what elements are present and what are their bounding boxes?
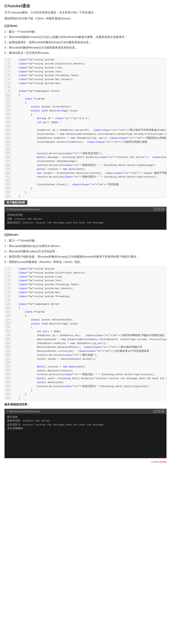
table-row: 24 Socket socket = ReceiveSocket.Accept(… bbox=[5, 357, 167, 361]
table-row: 12 { bbox=[5, 101, 167, 105]
table-row: 27 ClientSocket.Send(message); bbox=[5, 159, 167, 163]
table-row: 24 bbox=[5, 148, 167, 151]
table-row: 15 { bbox=[5, 113, 167, 117]
table-row: 25 Console.WriteLine(class="st">"发给发送消息"… bbox=[5, 152, 167, 156]
client-console-minimize[interactable]: _ bbox=[153, 208, 157, 211]
server-console-minimize[interactable]: _ bbox=[153, 410, 157, 413]
server-section-title: (2)Server: bbox=[4, 233, 167, 236]
table-row: 15 static void Main(string[] args) bbox=[5, 322, 167, 326]
csdn-footer: CSDN @QMp bbox=[4, 460, 167, 463]
page-title: C#socket通信 bbox=[4, 3, 167, 8]
console-line: 消息：Connect the Server bbox=[7, 217, 164, 221]
server-section: (2)Server: 1：建立一个Socket对象；2：用socket对象的Bi… bbox=[4, 233, 167, 463]
server-step-item: 5：用新的socket对象接收（Receive）和发送（Send）消息。 bbox=[4, 260, 167, 264]
client-console: C:\Windows\system32\cmd.exe _ □ ✕ 开始发送消息… bbox=[4, 207, 167, 230]
table-row: 20 ClientSocket = new Socket(AddressFami… bbox=[5, 132, 167, 136]
table-row: 26 byte[] message = Encoding.ASCII.GetBy… bbox=[5, 155, 167, 159]
server-step-item: 2：用socket对象的Bind()方法绑定EndPoint； bbox=[4, 244, 167, 248]
console-line: 接收到消息：Connect the Server bbox=[7, 419, 164, 422]
table-row: 30 int length = ClientSocket.Receive(rec… bbox=[5, 171, 167, 175]
server-step-item: 4：接受到客户端的连接，用socket对象的Accept()方法创建新的sock… bbox=[4, 254, 167, 259]
client-step-item: 5：通信结束后一定记得关闭socket; bbox=[4, 50, 167, 55]
server-code-block: 1 class="kw">using System;2 class="kw">u… bbox=[4, 267, 167, 400]
console-line: 发送消息为：Success receive the message,send t… bbox=[7, 423, 164, 426]
table-row: 21 ReceiveSocket.Bind(endPoint); class=c… bbox=[5, 345, 167, 349]
client-result-label: 客户端返回结果 bbox=[4, 201, 167, 204]
table-row: 29 byte[] receive = new byte[1024]; bbox=[5, 167, 167, 171]
table-row: 12 class Program bbox=[5, 310, 167, 314]
table-row: 14 static Socket ReceiveSocket; bbox=[5, 318, 167, 322]
table-row: 34 } bbox=[5, 396, 167, 400]
client-step-item: 2：用socket对象的Connect()方法以上面建立的EndPoint对象做… bbox=[4, 35, 167, 40]
table-row: 10 { bbox=[5, 93, 167, 97]
table-row: 35 } bbox=[5, 190, 167, 194]
table-row: 13 { bbox=[5, 314, 167, 318]
client-step-item: 4：用socket对象的Receive()方法接受服务器发来的信息。 bbox=[4, 45, 167, 50]
table-row: 17 int port = 8885; bbox=[5, 330, 167, 334]
table-row: 17 int port =8885 ; bbox=[5, 120, 167, 124]
table-row: 33 ClientSocket.Close(); class=class="st… bbox=[5, 182, 167, 186]
table-row: 36 } bbox=[5, 194, 167, 198]
client-section: (1)Client: 1：建立一个Socket对象；2：用socket对象的Co… bbox=[4, 24, 167, 230]
table-row: 11 class Program bbox=[5, 97, 167, 101]
client-step-item: 3：如果连接成功，就用socket对象的Send()方法向服务器发送信息； bbox=[4, 40, 167, 45]
table-row: 9 bbox=[5, 298, 167, 302]
table-row: 13 static Socket ClientSocket; bbox=[5, 105, 167, 109]
table-row: 6 class="kw">using System.Net.Sockets; bbox=[5, 286, 167, 290]
table-row: 28 Console.WriteLine(class="st">"接收消息为："… bbox=[5, 163, 167, 167]
table-row: 27 socket.Receive(receive); bbox=[5, 369, 167, 373]
client-console-title: C:\Windows\system32\cmd.exe bbox=[6, 208, 40, 210]
table-row: 2 class="kw">using System.Collections.Ge… bbox=[5, 271, 167, 275]
client-console-close[interactable]: ✕ bbox=[161, 208, 165, 211]
server-code-table: 1 class="kw">using System;2 class="kw">u… bbox=[5, 267, 167, 400]
table-row: 7 class="kw">using System.Net; bbox=[5, 290, 167, 294]
table-row: 32 bbox=[5, 179, 167, 182]
table-row: 1 class="kw">using System; bbox=[5, 58, 167, 62]
table-row: 23 Console.WriteLine(class="st">"建立连接"); bbox=[5, 353, 167, 357]
table-row: 18 bbox=[5, 124, 167, 128]
server-console-close[interactable]: ✕ bbox=[161, 410, 165, 413]
table-row: 5 class="kw">using System.Threading.Task… bbox=[5, 74, 167, 78]
table-row: 19 IPAddress ip = IPAddress.Parse(IP); c… bbox=[5, 128, 167, 132]
client-section-title: (1)Client: bbox=[4, 24, 167, 28]
server-step-item: 1：建立一个Socket对象； bbox=[4, 238, 167, 243]
table-row: 14 static void Main(string[] args) bbox=[5, 109, 167, 113]
table-row: 1 class="kw">using System; bbox=[5, 267, 167, 271]
server-console-restore[interactable]: □ bbox=[157, 410, 161, 413]
table-row: 7 class="kw">using System.Net; bbox=[5, 82, 167, 85]
client-console-titlebar: C:\Windows\system32\cmd.exe _ □ ✕ bbox=[5, 207, 166, 212]
console-line: 建立连接 bbox=[7, 415, 164, 419]
server-console-titlebar: C:\Windows\system32\cmd.exe _ □ ✕ bbox=[5, 409, 166, 414]
table-row: 32 } bbox=[5, 388, 167, 392]
table-row: 21 IPEndPoint endPoint = new IPEndPoint(… bbox=[5, 136, 167, 140]
intro-text-2: 通信两端分别为客户端（Client）和服务器端(Server) bbox=[4, 16, 167, 21]
table-row: 5 class="kw">using System.Threading.Task… bbox=[5, 282, 167, 286]
table-row: 16 { bbox=[5, 326, 167, 330]
table-row: 34 } bbox=[5, 186, 167, 190]
table-row: 23 bbox=[5, 144, 167, 148]
table-row: 2 class="kw">using System.Collections.Ge… bbox=[5, 62, 167, 66]
table-row: 9 class="kw">namespace Client bbox=[5, 89, 167, 93]
table-row: 16 String IP = class="st">"127.0.0.1"; bbox=[5, 116, 167, 120]
table-row: 3 class="kw">using System.Linq; bbox=[5, 66, 167, 70]
console-line: 开始发送消息 bbox=[7, 213, 164, 217]
table-row: 31 Console.WriteLine(class="st">"接收消息为："… bbox=[5, 175, 167, 179]
server-console-buttons: _ □ ✕ bbox=[153, 410, 165, 413]
console-line: 接收消息为：Success receive the message,send t… bbox=[7, 221, 164, 224]
table-row: 33 } bbox=[5, 392, 167, 396]
table-row: 22 ClientSocket.Connect(endPoint); class… bbox=[5, 140, 167, 144]
server-console-body: 建立连接接收到消息：Connect the Server发送消息为：Succes… bbox=[5, 414, 166, 458]
server-console: C:\Windows\system32\cmd.exe _ □ ✕ 建立连接接收… bbox=[4, 409, 167, 458]
console-line: 请任意键继续. . . bbox=[7, 426, 164, 430]
table-row: 28 Console.WriteLine(class="st">"接收消息：" … bbox=[5, 372, 167, 376]
table-row: 26 byte[] receive = new byte[1024]; bbox=[5, 365, 167, 369]
client-step-item: 1：建立一个Socket对象； bbox=[4, 29, 167, 34]
client-console-restore[interactable]: □ bbox=[157, 208, 161, 211]
table-row: 20 IPEndPoint endPoint = new IPEndPoint(… bbox=[5, 342, 167, 346]
table-row: 31 Console.WriteLine(class="st">"发送消息为："… bbox=[5, 384, 167, 388]
client-console-buttons: _ □ ✕ bbox=[153, 208, 165, 211]
table-row: 11 { bbox=[5, 306, 167, 310]
table-row: 6 class="kw">using System.Net.Sockets; bbox=[5, 78, 167, 82]
server-console-title: C:\Windows\system32\cmd.exe bbox=[6, 410, 40, 413]
client-code-table: 1 class="kw">using System;2 class="kw">u… bbox=[5, 58, 167, 198]
